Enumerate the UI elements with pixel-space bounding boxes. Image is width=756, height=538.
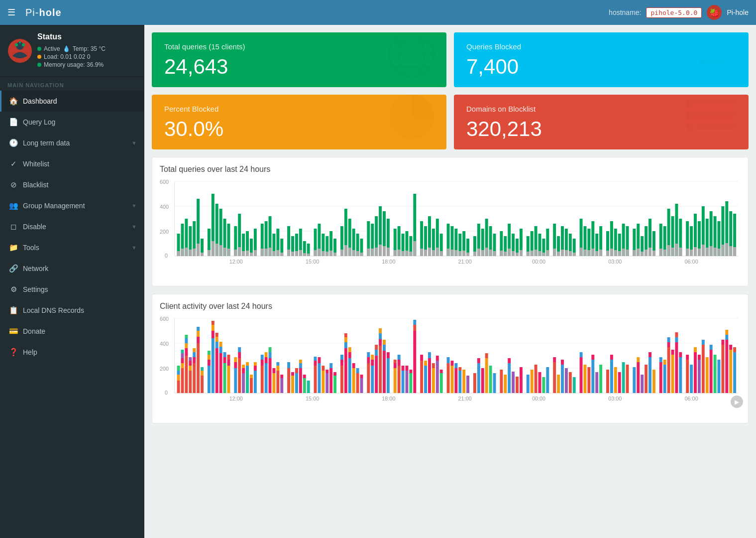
svg-rect-439 xyxy=(383,351,386,393)
svg-rect-436 xyxy=(379,339,382,346)
sidebar-item-disable[interactable]: ◻ Disable ▼ xyxy=(0,216,144,237)
sidebar-item-help[interactable]: ❓ Help xyxy=(0,342,144,363)
svg-rect-374 xyxy=(265,352,268,357)
svg-rect-303 xyxy=(177,375,180,381)
sidebar-label-network: Network xyxy=(23,265,48,272)
svg-rect-91 xyxy=(307,254,310,256)
svg-rect-371 xyxy=(261,355,264,360)
svg-rect-533 xyxy=(659,362,662,393)
stat-total-queries: Total queries (15 clients) 24,643 xyxy=(152,32,446,87)
sidebar-item-longterm[interactable]: 🕐 Long term data ▼ xyxy=(0,133,144,153)
svg-rect-410 xyxy=(340,366,343,393)
sidebar-item-localdns[interactable]: 📋 Local DNS Records xyxy=(0,300,144,321)
svg-rect-499 xyxy=(539,372,541,393)
load-label: Load: 0.01 0.02 0 xyxy=(44,53,90,60)
sidebar-item-network[interactable]: 🔗 Network xyxy=(0,258,144,279)
svg-rect-429 xyxy=(371,366,374,393)
svg-rect-324 xyxy=(197,343,200,393)
svg-rect-12 xyxy=(721,35,727,62)
svg-rect-211 xyxy=(573,253,576,256)
svg-rect-229 xyxy=(614,250,617,256)
svg-rect-510 xyxy=(580,357,583,393)
sidebar-item-dashboard[interactable]: 🏠 Dashboard xyxy=(0,91,144,112)
svg-rect-504 xyxy=(557,375,560,393)
sidebar: Status Active 💧 Temp: 35 °C Load: 0.01 0… xyxy=(0,25,144,538)
svg-rect-412 xyxy=(340,355,343,360)
sidebar-item-blacklist[interactable]: ⊘ Blacklist xyxy=(0,174,144,195)
svg-rect-153 xyxy=(447,249,450,256)
svg-rect-320 xyxy=(193,363,196,393)
svg-text:15:00: 15:00 xyxy=(306,259,319,264)
svg-rect-406 xyxy=(329,368,332,393)
svg-rect-61 xyxy=(242,251,245,256)
svg-rect-521 xyxy=(614,367,617,393)
svg-rect-435 xyxy=(379,346,382,393)
svg-rect-437 xyxy=(379,333,382,339)
hostname-value: pihole-5.0.0 xyxy=(646,7,702,18)
svg-rect-487 xyxy=(489,366,492,393)
svg-rect-404 xyxy=(325,373,328,393)
svg-rect-522 xyxy=(618,372,621,393)
svg-rect-83 xyxy=(291,252,294,256)
svg-rect-336 xyxy=(212,331,215,338)
svg-rect-498 xyxy=(535,365,538,393)
svg-rect-195 xyxy=(539,251,541,256)
svg-rect-568 xyxy=(733,352,736,393)
svg-rect-399 xyxy=(314,357,317,361)
svg-rect-456 xyxy=(413,331,416,393)
sidebar-item-whitelist[interactable]: ✓ Whitelist xyxy=(0,153,144,174)
svg-rect-556 xyxy=(706,357,709,393)
svg-rect-489 xyxy=(500,370,503,393)
svg-rect-457 xyxy=(413,325,416,331)
svg-text:15:00: 15:00 xyxy=(306,396,319,401)
sidebar-item-tools[interactable]: 📁 Tools ▼ xyxy=(0,237,144,258)
svg-rect-69 xyxy=(261,249,264,256)
svg-rect-67 xyxy=(254,250,257,256)
svg-rect-81 xyxy=(287,250,290,256)
scroll-right-button[interactable]: ▶ xyxy=(731,396,743,408)
sidebar-label-disable: Disable xyxy=(23,223,46,231)
svg-rect-347 xyxy=(223,357,226,363)
svg-rect-281 xyxy=(725,243,728,256)
sidebar-item-querylog[interactable]: 📄 Query Log xyxy=(0,112,144,133)
svg-rect-473 xyxy=(450,366,453,393)
svg-rect-267 xyxy=(698,249,701,256)
svg-rect-59 xyxy=(238,247,241,256)
svg-rect-466 xyxy=(432,363,435,368)
svg-rect-315 xyxy=(185,335,188,338)
svg-rect-405 xyxy=(325,370,328,373)
svg-rect-475 xyxy=(454,368,457,393)
svg-rect-109 xyxy=(348,248,351,256)
svg-rect-111 xyxy=(352,250,355,256)
svg-rect-141 xyxy=(420,249,423,256)
svg-rect-201 xyxy=(553,249,556,256)
sidebar-item-donate[interactable]: 💳 Donate xyxy=(0,321,144,342)
longterm-icon: 🕐 xyxy=(9,138,18,147)
svg-rect-314 xyxy=(185,338,188,343)
svg-rect-177 xyxy=(500,251,503,256)
svg-rect-531 xyxy=(648,352,651,357)
svg-rect-55 xyxy=(227,249,230,256)
svg-rect-366 xyxy=(254,371,257,393)
svg-rect-361 xyxy=(246,371,249,393)
svg-rect-540 xyxy=(671,355,674,393)
svg-rect-384 xyxy=(280,375,283,378)
svg-rect-328 xyxy=(201,376,204,393)
svg-rect-514 xyxy=(591,360,594,393)
svg-rect-409 xyxy=(333,372,336,376)
svg-rect-359 xyxy=(242,368,245,373)
svg-rect-175 xyxy=(493,251,496,256)
sidebar-item-settings[interactable]: ⚙ Settings xyxy=(0,279,144,300)
svg-rect-426 xyxy=(367,363,370,393)
stat-queries-blocked: Queries Blocked 7,400 xyxy=(454,32,749,87)
svg-rect-414 xyxy=(344,342,347,348)
svg-rect-428 xyxy=(367,352,370,357)
svg-rect-478 xyxy=(458,367,461,371)
svg-rect-403 xyxy=(322,366,324,371)
svg-rect-333 xyxy=(208,355,211,360)
navbar-toggle[interactable]: ☰ xyxy=(7,7,15,18)
svg-rect-10 xyxy=(706,35,712,62)
svg-text:200: 200 xyxy=(160,366,169,372)
sidebar-item-group[interactable]: 👥 Group Management ▼ xyxy=(0,195,144,216)
svg-rect-342 xyxy=(216,333,218,337)
